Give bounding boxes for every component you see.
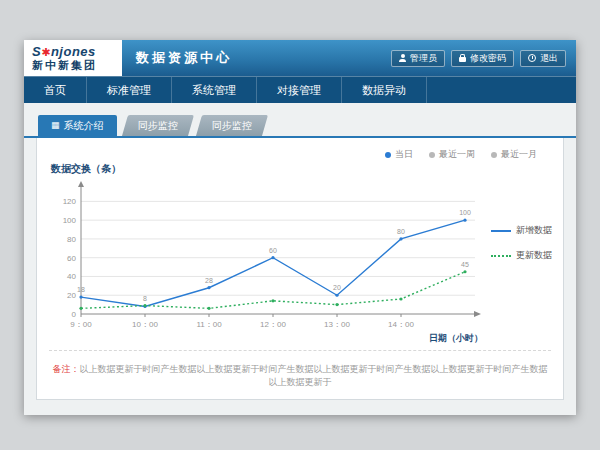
chart-panel: 当日 最近一周 最近一月 数据交换（条） 0204060801001209：00… bbox=[36, 138, 564, 400]
logo-brand-suffix: njones bbox=[51, 44, 96, 59]
nav-item-interface-management[interactable]: 对接管理 bbox=[257, 77, 342, 103]
series-legend: 新增数据 更新数据 bbox=[487, 176, 552, 344]
lock-icon bbox=[459, 54, 466, 62]
svg-text:100: 100 bbox=[459, 209, 471, 216]
main-nav: 首页 标准管理 系统管理 对接管理 数据异动 bbox=[24, 76, 576, 103]
svg-text:60: 60 bbox=[269, 247, 277, 254]
legend-dot-last-month bbox=[491, 152, 497, 158]
app-window: S✱njones 新中新集团 数据资源中心 管理员 修改密码 退出 首页 标准管… bbox=[24, 40, 576, 414]
grid-icon: ▦ bbox=[51, 121, 60, 130]
tab-sync-monitor-2[interactable]: 同步监控 bbox=[196, 115, 268, 136]
chart-period-legend: 当日 最近一周 最近一月 bbox=[385, 148, 537, 161]
y-axis-title: 数据交换（条） bbox=[51, 162, 553, 176]
line-chart: 0204060801001209：0010：0011：0012：0013：001… bbox=[47, 176, 487, 344]
nav-item-standard-management[interactable]: 标准管理 bbox=[87, 77, 172, 103]
svg-text:14：00: 14：00 bbox=[388, 320, 414, 329]
svg-text:20: 20 bbox=[67, 291, 76, 300]
legend-last-month-label: 最近一月 bbox=[501, 148, 537, 161]
logo-company-name: 新中新集团 bbox=[32, 59, 114, 72]
logo-brand: S✱njones bbox=[32, 45, 114, 59]
logo: S✱njones 新中新集团 bbox=[24, 40, 122, 76]
legend-dot-last-week bbox=[429, 152, 435, 158]
series-update-data-label: 更新数据 bbox=[516, 249, 552, 262]
user-icon bbox=[399, 54, 406, 62]
svg-text:8: 8 bbox=[143, 295, 147, 302]
footnote-text: 以上数据更新于时间产生数据以上数据更新于时间产生数据以上数据更新于时间产生数据以… bbox=[80, 364, 548, 387]
legend-item-new-data[interactable]: 新增数据 bbox=[491, 224, 552, 237]
solid-line-sample-icon bbox=[491, 230, 511, 232]
legend-today[interactable]: 当日 bbox=[385, 148, 413, 161]
change-password-button[interactable]: 修改密码 bbox=[451, 50, 514, 67]
dotted-line-sample-icon bbox=[491, 255, 511, 257]
nav-item-system-management[interactable]: 系统管理 bbox=[172, 77, 257, 103]
logo-brand-prefix: S bbox=[32, 44, 41, 59]
svg-text:28: 28 bbox=[205, 277, 213, 284]
tab-system-intro-label: 系统介绍 bbox=[64, 119, 104, 133]
svg-text:12：00: 12：00 bbox=[260, 320, 286, 329]
svg-text:日期（小时）: 日期（小时） bbox=[429, 333, 483, 343]
admin-button-label: 管理员 bbox=[410, 53, 437, 64]
nav-item-home[interactable]: 首页 bbox=[24, 77, 87, 103]
legend-item-update-data[interactable]: 更新数据 bbox=[491, 249, 552, 262]
tab-sync-monitor-2-label: 同步监控 bbox=[212, 119, 252, 133]
svg-text:20: 20 bbox=[333, 284, 341, 291]
header-actions: 管理员 修改密码 退出 bbox=[391, 40, 576, 76]
change-password-label: 修改密码 bbox=[470, 53, 506, 64]
nav-item-data-change[interactable]: 数据异动 bbox=[342, 77, 427, 103]
tab-system-intro[interactable]: ▦ 系统介绍 bbox=[38, 115, 117, 136]
chart-row: 0204060801001209：0010：0011：0012：0013：001… bbox=[47, 176, 553, 344]
legend-last-week[interactable]: 最近一周 bbox=[429, 148, 475, 161]
svg-text:80: 80 bbox=[397, 228, 405, 235]
page-title: 数据资源中心 bbox=[136, 49, 232, 67]
svg-text:40: 40 bbox=[67, 272, 76, 281]
footnote: 备注：以上数据更新于时间产生数据以上数据更新于时间产生数据以上数据更新于时间产生… bbox=[49, 350, 551, 389]
svg-text:100: 100 bbox=[63, 216, 77, 225]
legend-today-label: 当日 bbox=[395, 148, 413, 161]
logo-star-icon: ✱ bbox=[41, 46, 51, 58]
svg-text:13：00: 13：00 bbox=[324, 320, 350, 329]
svg-text:45: 45 bbox=[461, 261, 469, 268]
content-area: ▦ 系统介绍 同步监控 同步监控 当日 最近一周 最近一月 数据交换（条） 02… bbox=[24, 103, 576, 415]
legend-dot-today bbox=[385, 152, 391, 158]
tab-bar: ▦ 系统介绍 同步监控 同步监控 bbox=[38, 115, 576, 136]
series-new-data-label: 新增数据 bbox=[516, 224, 552, 237]
legend-last-week-label: 最近一周 bbox=[439, 148, 475, 161]
svg-text:10：00: 10：00 bbox=[132, 320, 158, 329]
app-header: S✱njones 新中新集团 数据资源中心 管理员 修改密码 退出 bbox=[24, 40, 576, 76]
svg-text:11：00: 11：00 bbox=[196, 320, 222, 329]
svg-text:9：00: 9：00 bbox=[70, 320, 92, 329]
logout-label: 退出 bbox=[540, 53, 558, 64]
logout-button[interactable]: 退出 bbox=[520, 50, 566, 67]
svg-text:120: 120 bbox=[63, 197, 77, 206]
svg-text:80: 80 bbox=[67, 235, 76, 244]
power-icon bbox=[528, 54, 536, 62]
footnote-label: 备注： bbox=[53, 364, 80, 374]
svg-text:60: 60 bbox=[67, 254, 76, 263]
legend-last-month[interactable]: 最近一月 bbox=[491, 148, 537, 161]
tab-sync-monitor-1-label: 同步监控 bbox=[138, 119, 178, 133]
admin-button[interactable]: 管理员 bbox=[391, 50, 445, 67]
svg-text:0: 0 bbox=[72, 310, 77, 319]
tab-sync-monitor-1[interactable]: 同步监控 bbox=[122, 115, 194, 136]
svg-text:18: 18 bbox=[77, 286, 85, 293]
